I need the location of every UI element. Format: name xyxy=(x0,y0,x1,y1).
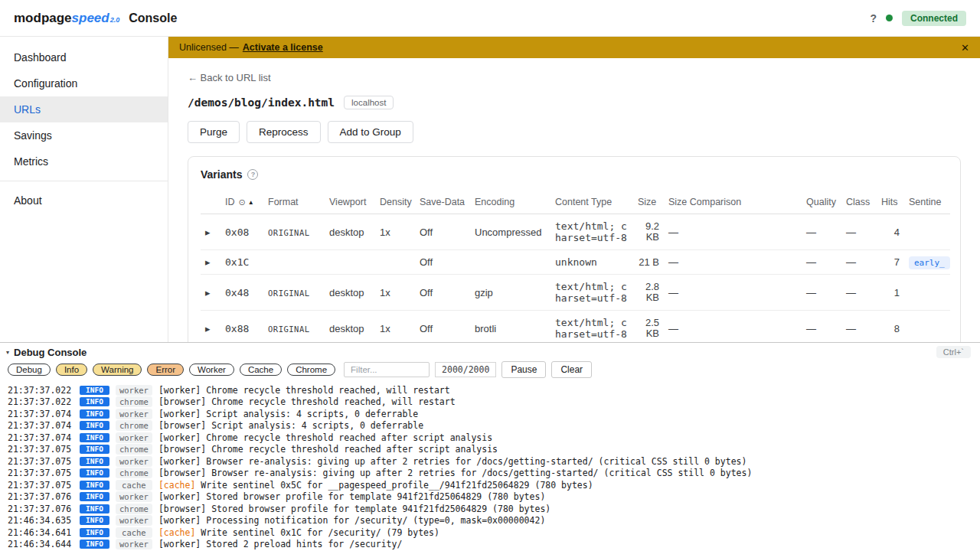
log-message: [browser] Browser re-analysis: giving up… xyxy=(158,468,752,478)
cell-save-data: Off xyxy=(415,214,470,250)
log-row: 21:37:37.074INFOworker[worker] Chrome re… xyxy=(0,432,980,444)
cell-size-comparison: — xyxy=(664,311,802,343)
banner-close-icon[interactable]: ✕ xyxy=(961,42,969,54)
column-header-size[interactable]: Size xyxy=(633,191,664,214)
column-header-quality[interactable]: Quality xyxy=(802,191,841,214)
log-timestamp: 21:37:37.075 xyxy=(8,456,74,467)
cell-hits: 1 xyxy=(877,275,904,311)
log-level-badge: INFO xyxy=(80,409,109,419)
cell-class: — xyxy=(841,275,877,311)
log-row: 21:37:37.075INFOworker[worker] Browser r… xyxy=(0,455,980,468)
page-title: /demos/blog/index.html xyxy=(188,96,335,109)
column-header-size-comparison[interactable]: Size Comparison xyxy=(664,191,802,214)
filter-pill-warning[interactable]: Warning xyxy=(93,364,142,376)
table-row[interactable]: ▸0x88ORIGINALdesktop1xOffbrotlitext/html… xyxy=(201,311,950,343)
cell-format: ORIGINAL xyxy=(263,214,325,250)
purge-button[interactable]: Purge xyxy=(188,121,240,143)
column-header-content-type[interactable]: Content Type xyxy=(550,191,633,214)
log-level-badge: INFO xyxy=(80,433,109,442)
log-message-prefix: [cache] xyxy=(158,480,195,491)
pause-button[interactable]: Pause xyxy=(501,361,546,378)
reprocess-button[interactable]: Reprocess xyxy=(247,121,321,143)
logo-text-speed: speed xyxy=(72,11,109,26)
row-expand-icon[interactable]: ▸ xyxy=(201,311,220,343)
log-message-prefix: [browser] xyxy=(158,420,206,431)
console-shortcut-hint: Ctrl+` xyxy=(936,346,971,358)
filter-pill-debug[interactable]: Debug xyxy=(8,364,51,376)
cell-encoding: brotli xyxy=(470,311,550,343)
log-level-badge: INFO xyxy=(80,457,109,466)
log-list: 21:37:37.022INFOworker[worker] Chrome re… xyxy=(0,383,980,551)
sidebar-item-dashboard[interactable]: Dashboard xyxy=(0,44,168,70)
sentinel-badge[interactable]: early_ xyxy=(909,256,950,269)
column-header-id[interactable]: ID⊙▲ xyxy=(220,191,263,214)
debug-console: ▾ Debug Console Ctrl+` DebugInfoWarningE… xyxy=(0,342,980,551)
cell-density: 1x xyxy=(375,311,415,343)
log-row: 21:37:37.075INFOchrome[browser] Chrome r… xyxy=(0,444,980,456)
main-area: Unlicensed — Activate a license ✕ ← Back… xyxy=(168,37,980,342)
variants-body: ▸0x08ORIGINALdesktop1xOffUncompressedtex… xyxy=(201,214,950,343)
column-header-density[interactable]: Density xyxy=(375,191,415,214)
filter-pill-cache[interactable]: Cache xyxy=(240,364,282,376)
clear-button[interactable]: Clear xyxy=(551,361,592,378)
sidebar-item-about[interactable]: About xyxy=(0,187,168,214)
table-row[interactable]: ▸0x48ORIGINALdesktop1xOffgziptext/html; … xyxy=(201,275,950,311)
row-expand-icon[interactable]: ▸ xyxy=(201,214,220,250)
log-timestamp: 21:37:37.075 xyxy=(8,468,74,478)
cell-sentinel xyxy=(904,275,950,311)
log-source-badge: chrome xyxy=(116,420,152,431)
column-header-encoding[interactable]: Encoding xyxy=(470,191,550,214)
logo-version: 2.0 xyxy=(110,16,120,24)
cell-size-comparison: — xyxy=(664,275,802,311)
cell-content-type: text/html; charset=utf-8 xyxy=(550,275,633,311)
sidebar-item-savings[interactable]: Savings xyxy=(0,122,168,148)
log-level-badge: INFO xyxy=(80,540,109,549)
cell-class: — xyxy=(841,214,877,250)
cell-id: 0x88 xyxy=(220,311,263,343)
logo-text-mod: modpage xyxy=(14,11,72,26)
back-to-url-list-link[interactable]: ← Back to URL list xyxy=(188,72,271,83)
filter-pill-info[interactable]: Info xyxy=(56,364,87,376)
url-detail-content: ← Back to URL list /demos/blog/index.htm… xyxy=(168,58,980,342)
log-source-badge: worker xyxy=(116,385,152,396)
cell-viewport: desktop xyxy=(325,275,375,311)
column-header-sentine[interactable]: Sentine xyxy=(904,191,950,214)
filter-pill-worker[interactable]: Worker xyxy=(189,364,234,376)
sort-asc-icon[interactable]: ▲ xyxy=(248,199,254,206)
column-header-format[interactable]: Format xyxy=(263,191,325,214)
column-header-hits[interactable]: Hits xyxy=(877,191,904,214)
table-row[interactable]: ▸0x08ORIGINALdesktop1xOffUncompressedtex… xyxy=(201,214,950,250)
cell-hits: 8 xyxy=(877,311,904,343)
id-filter-icon[interactable]: ⊙ xyxy=(239,197,246,207)
variants-help-icon[interactable]: ? xyxy=(247,169,258,180)
log-level-badge: INFO xyxy=(80,516,109,525)
log-timestamp: 21:37:37.076 xyxy=(8,491,74,502)
console-collapse-icon[interactable]: ▾ xyxy=(6,349,9,356)
sidebar-item-configuration[interactable]: Configuration xyxy=(0,70,168,96)
log-message-prefix: [browser] xyxy=(158,468,206,478)
column-header-viewport[interactable]: Viewport xyxy=(325,191,375,214)
column-header-class[interactable]: Class xyxy=(841,191,877,214)
cell-format: ORIGINAL xyxy=(263,275,325,311)
log-message: [worker] Browser re-analysis: giving up … xyxy=(158,456,747,467)
filter-pill-chrome[interactable]: Chrome xyxy=(287,364,335,376)
add-to-group-button[interactable]: Add to Group xyxy=(328,121,413,143)
cell-quality: — xyxy=(802,311,841,343)
cell-size: 21 B xyxy=(633,250,664,275)
log-row: 21:37:37.022INFOchrome[browser] Chrome r… xyxy=(0,396,980,409)
row-expand-icon[interactable]: ▸ xyxy=(201,250,220,275)
log-filter-input[interactable] xyxy=(344,362,430,377)
help-icon[interactable]: ? xyxy=(870,12,877,24)
sidebar-nav-secondary: About xyxy=(0,187,168,214)
filter-pill-error[interactable]: Error xyxy=(147,364,184,376)
row-expand-icon[interactable]: ▸ xyxy=(201,275,220,311)
sidebar-item-urls[interactable]: URLs xyxy=(0,96,168,122)
license-banner: Unlicensed — Activate a license ✕ xyxy=(168,37,980,58)
cell-class: — xyxy=(841,311,877,343)
sidebar-item-metrics[interactable]: Metrics xyxy=(0,148,168,174)
column-header-save-data[interactable]: Save-Data xyxy=(415,191,470,214)
table-row[interactable]: ▸0x1COffunknown21 B———7early_ xyxy=(201,250,950,275)
cell-encoding: Uncompressed xyxy=(470,214,550,250)
activate-license-link[interactable]: Activate a license xyxy=(243,42,323,53)
log-row: 21:37:37.075INFOchrome[browser] Browser … xyxy=(0,468,980,480)
